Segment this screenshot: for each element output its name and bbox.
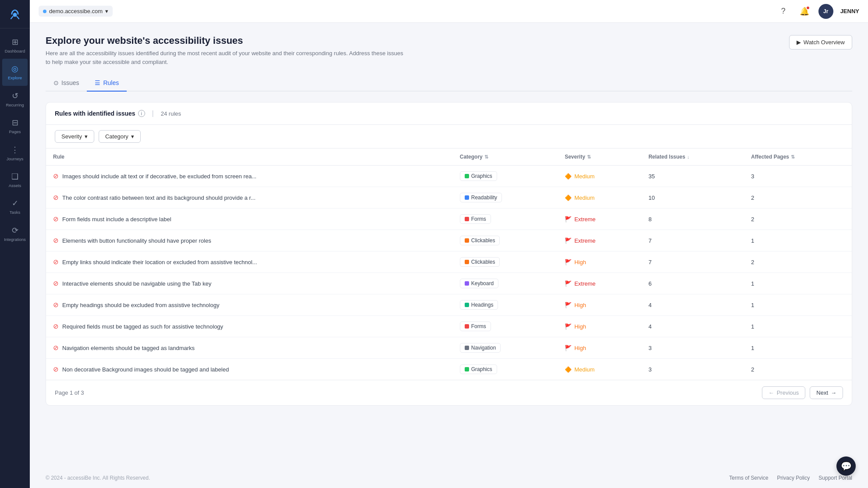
user-name[interactable]: JENNY	[840, 8, 859, 14]
cell-related-7: 4	[641, 316, 744, 337]
tab-issues[interactable]: ⊙ Issues	[46, 75, 87, 92]
pages-sort-icon: ⇅	[791, 154, 795, 160]
category-label: Readability	[471, 194, 497, 201]
previous-button[interactable]: ← Previous	[762, 386, 806, 399]
sidebar-item-explore[interactable]: ◎Explore	[2, 59, 28, 85]
rule-text: The color contrast ratio between text an…	[62, 194, 256, 201]
table-row[interactable]: ⊘ Empty links should indicate their loca…	[46, 251, 852, 273]
sidebar-item-pages[interactable]: ⊟Pages	[2, 113, 28, 139]
category-label: Forms	[471, 216, 486, 222]
pages-icon: ⊟	[12, 118, 18, 127]
page-info: Page 1 of 3	[55, 389, 758, 396]
sidebar-item-integrations[interactable]: ⟳Integrations	[2, 220, 28, 247]
severity-filter[interactable]: Severity ▾	[55, 130, 94, 143]
category-badge: Navigation	[460, 343, 501, 353]
col-related[interactable]: Related Issues↓	[641, 149, 744, 166]
domain-selector[interactable]: demo.accessibe.com ▾	[39, 6, 113, 17]
topbar: demo.accessibe.com ▾ ? 🔔 Jr JENNY	[30, 0, 868, 23]
cell-pages-7: 1	[744, 316, 852, 337]
page-title: Explore your website's accessibility iss…	[46, 35, 405, 46]
tasks-icon: ✓	[12, 198, 18, 208]
footer-privacy[interactable]: Privacy Policy	[777, 475, 810, 481]
cell-category-0: Graphics	[453, 166, 558, 187]
avatar-initials: Jr	[823, 8, 828, 14]
rules-count: 24 rules	[161, 110, 181, 117]
cell-related-6: 4	[641, 294, 744, 316]
sidebar-item-dashboard[interactable]: ⊞Dashboard	[2, 32, 28, 59]
category-filter[interactable]: Category ▾	[99, 130, 141, 143]
prev-arrow: ←	[768, 389, 774, 396]
severity-flag-icon: 🔶	[565, 366, 572, 373]
table-row[interactable]: ⊘ Form fields must include a descriptive…	[46, 209, 852, 230]
sidebar-item-journeys[interactable]: ⋮Journeys	[2, 140, 28, 166]
sidebar-logo[interactable]	[0, 0, 30, 28]
tab-rules[interactable]: ☰ Rules	[87, 75, 127, 92]
table-title-text: Rules with identified issues	[55, 110, 135, 117]
table-row[interactable]: ⊘ The color contrast ratio between text …	[46, 187, 852, 209]
cell-severity-5: 🚩 Extreme	[558, 273, 641, 294]
cell-pages-9: 2	[744, 359, 852, 380]
cell-rule-0: ⊘ Images should include alt text or if d…	[46, 166, 453, 187]
table-row[interactable]: ⊘ Navigation elements should be tagged a…	[46, 337, 852, 359]
category-badge: Clickables	[460, 257, 500, 267]
cell-category-9: Graphics	[453, 359, 558, 380]
table-row[interactable]: ⊘ Required fields must be tagged as such…	[46, 316, 852, 337]
rules-table-card: Rules with identified issues i | 24 rule…	[46, 102, 852, 406]
filter-row: Severity ▾ Category ▾	[46, 125, 852, 149]
help-icon[interactable]: ?	[776, 4, 790, 18]
col-pages[interactable]: Affected Pages⇅	[744, 149, 852, 166]
cell-category-4: Clickables	[453, 251, 558, 273]
sidebar-item-assets[interactable]: ❑Assets	[2, 166, 28, 193]
domain-dot	[43, 10, 46, 13]
watch-btn-label: Watch Overview	[804, 39, 845, 46]
col-category[interactable]: Category⇅	[453, 149, 558, 166]
category-dot	[465, 217, 469, 221]
table-row[interactable]: ⊘ Non decorative Background images shoul…	[46, 359, 852, 380]
main-wrapper: demo.accessibe.com ▾ ? 🔔 Jr JENNY Explor…	[30, 0, 868, 488]
cell-category-7: Forms	[453, 316, 558, 337]
category-sort-icon: ⇅	[484, 154, 488, 160]
category-dot	[465, 367, 469, 371]
rule-text: Non decorative Background images should …	[62, 366, 229, 373]
cell-severity-8: 🚩 High	[558, 337, 641, 359]
next-button[interactable]: Next →	[810, 386, 843, 399]
table-row[interactable]: ⊘ Empty headings should be excluded from…	[46, 294, 852, 316]
sidebar-item-tasks[interactable]: ✓Tasks	[2, 193, 28, 220]
footer-links: Terms of Service Privacy Policy Support …	[729, 475, 852, 481]
col-severity[interactable]: Severity⇅	[558, 149, 641, 166]
watch-overview-button[interactable]: ▶ Watch Overview	[789, 35, 852, 50]
table-title: Rules with identified issues i	[55, 110, 145, 117]
rule-error-icon: ⊘	[53, 194, 59, 202]
cell-category-1: Readability	[453, 187, 558, 209]
category-dot	[465, 324, 469, 329]
rule-text: Interactive elements should be navigable…	[62, 280, 211, 287]
col-rule: Rule	[46, 149, 453, 166]
cell-pages-8: 1	[744, 337, 852, 359]
footer-support[interactable]: Support Portal	[818, 475, 852, 481]
recurring-icon: ↺	[12, 91, 18, 101]
severity-label: High	[574, 259, 586, 265]
table-row[interactable]: ⊘ Interactive elements should be navigab…	[46, 273, 852, 294]
category-label: Clickables	[471, 259, 495, 265]
avatar[interactable]: Jr	[818, 4, 833, 19]
severity-label: Extreme	[574, 237, 595, 244]
cell-severity-4: 🚩 High	[558, 251, 641, 273]
main-content: Explore your website's accessibility iss…	[30, 23, 868, 468]
severity-flag-icon: 🚩	[565, 345, 572, 351]
sidebar-item-label: Dashboard	[5, 49, 25, 53]
rule-text: Elements with button functionality shoul…	[62, 237, 211, 244]
chat-bubble[interactable]: 💬	[836, 456, 856, 476]
category-badge: Keyboard	[460, 279, 498, 288]
table-row[interactable]: ⊘ Elements with button functionality sho…	[46, 230, 852, 251]
severity-flag-icon: 🚩	[565, 302, 572, 308]
sidebar-item-recurring[interactable]: ↺Recurring	[2, 86, 28, 113]
notification-icon[interactable]: 🔔	[797, 4, 811, 18]
table-info-icon[interactable]: i	[138, 110, 145, 117]
rule-error-icon: ⊘	[53, 258, 59, 266]
severity-label: Medium	[574, 194, 594, 201]
table-row[interactable]: ⊘ Images should include alt text or if d…	[46, 166, 852, 187]
next-arrow: →	[831, 389, 836, 396]
category-badge: Forms	[460, 214, 491, 224]
footer-terms[interactable]: Terms of Service	[729, 475, 768, 481]
category-label: Headings	[471, 302, 494, 308]
